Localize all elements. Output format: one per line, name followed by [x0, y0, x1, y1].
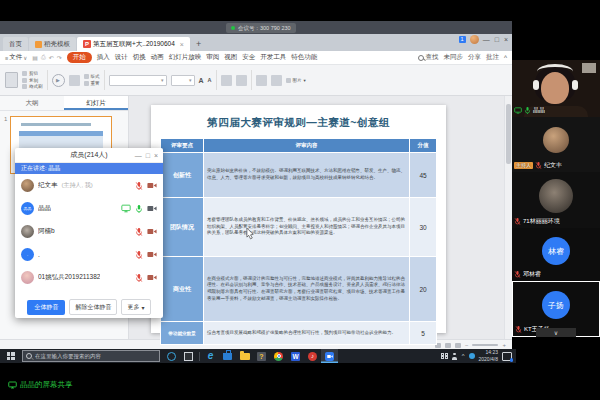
member-row[interactable]: 纪文丰 (主持人, 我) [15, 174, 163, 197]
view-slideshow-icon[interactable] [455, 343, 461, 348]
video-tile-host[interactable]: 主持人 纪文丰 [512, 117, 600, 172]
menu-review[interactable]: 审阅 [206, 53, 219, 62]
task-view-button[interactable] [180, 349, 197, 363]
tab-close-icon[interactable]: × [180, 41, 184, 48]
action-center-icon[interactable] [502, 352, 512, 361]
menu-animation[interactable]: 动画 [151, 53, 164, 62]
shape-icon[interactable] [271, 75, 282, 86]
decrease-font-icon[interactable]: A [208, 77, 212, 83]
vertical-scrollbar[interactable] [504, 96, 512, 339]
minimize-button[interactable]: — [483, 36, 490, 43]
camera-off-icon[interactable] [147, 228, 157, 235]
share-button[interactable]: 分享 [468, 53, 481, 62]
close-button[interactable]: × [504, 36, 508, 43]
collapse-ribbon-icon[interactable]: ^ [504, 54, 507, 61]
comment-button[interactable]: 批注 [486, 53, 499, 62]
tray-expand-icon[interactable]: ^ [462, 353, 465, 359]
tray-app-icon[interactable] [469, 353, 475, 359]
file-explorer-button[interactable] [236, 349, 253, 363]
zoom-slider[interactable] [472, 344, 498, 346]
tab-slides[interactable]: 幻灯片 [64, 96, 128, 110]
camera-off-icon[interactable] [147, 274, 157, 281]
tab-docer[interactable]: 稻壳模板 [29, 37, 76, 51]
wps-taskbar-button[interactable]: W [287, 349, 304, 363]
cortana-button[interactable] [163, 349, 180, 363]
undo-icon[interactable]: ↶ [49, 54, 54, 61]
menu-file[interactable]: ≡ 文件 ∨ [5, 53, 27, 62]
tab-document[interactable]: P 第五届互联网+大..20190604 × [77, 37, 190, 51]
unmute-all-button[interactable]: 解除全体静音 [69, 299, 117, 315]
chrome-button[interactable] [270, 349, 287, 363]
text-tool-icon[interactable] [256, 75, 267, 86]
mic-on-icon[interactable] [135, 204, 143, 214]
tray-grid-icon[interactable] [441, 353, 448, 360]
menu-view[interactable]: 视图 [224, 53, 237, 62]
picture-button[interactable]: 图片 ▾ [286, 78, 306, 83]
video-tile[interactable]: 71林丽丽环境 [512, 172, 600, 228]
member-row[interactable]: . . [15, 243, 163, 266]
paste-icon[interactable] [5, 72, 18, 88]
cut-button[interactable]: 剪切 [22, 71, 43, 76]
maximize-button[interactable]: □ [495, 36, 499, 43]
menu-features[interactable]: 特色功能 [291, 53, 317, 62]
align-center-icon[interactable] [236, 75, 247, 86]
notification-count-badge[interactable]: 1 [459, 36, 466, 43]
print-icon[interactable]: ⎙ [41, 54, 46, 61]
member-row[interactable]: 晶晶 晶晶 [15, 197, 163, 220]
copy-button[interactable]: 复制 [22, 78, 43, 83]
menu-slideshow[interactable]: 幻灯片放映 [169, 53, 202, 62]
menu-devtools[interactable]: 开发工具 [260, 53, 286, 62]
mic-muted-icon[interactable] [135, 273, 143, 283]
maximize-button[interactable]: □ [146, 152, 150, 159]
member-row[interactable]: 01姚弘兵2019211382 [15, 266, 163, 289]
increase-font-icon[interactable]: A [199, 77, 204, 84]
camera-icon[interactable] [147, 205, 157, 212]
video-tile[interactable]: 林睿 邓林睿 [512, 228, 600, 281]
close-button[interactable]: × [154, 152, 158, 159]
menu-home[interactable]: 开始 [67, 52, 92, 63]
zoom-in-icon[interactable]: + [502, 342, 506, 348]
slide[interactable]: 第四届大赛评审规则—主赛道~创意组 评审要点 评审内容 分值 创新性 突出原始创… [151, 105, 446, 333]
redo-icon[interactable]: ↷ [57, 54, 62, 61]
account-avatar[interactable] [470, 35, 479, 44]
edge-button[interactable]: e [202, 349, 219, 363]
format-painter-button[interactable]: 格式刷 [22, 84, 43, 89]
meeting-app-button[interactable] [321, 349, 338, 363]
save-icon[interactable]: ▤ [32, 54, 38, 61]
help-app-button[interactable]: ? [253, 349, 270, 363]
mic-muted-icon[interactable] [135, 227, 143, 237]
zoom-out-icon[interactable]: − [465, 342, 469, 348]
view-sorter-icon[interactable] [445, 343, 451, 348]
font-name-select[interactable]: ▾ [109, 75, 167, 86]
mute-all-button[interactable]: 全体静音 [27, 300, 65, 315]
camera-off-icon[interactable] [147, 182, 157, 189]
music-app-button[interactable]: ♪ [304, 349, 321, 363]
mic-muted-icon[interactable] [135, 250, 143, 260]
layout-button[interactable]: 版式 [84, 74, 100, 79]
menu-security[interactable]: 安全 [242, 53, 255, 62]
mic-muted-icon[interactable] [135, 181, 143, 191]
member-row[interactable]: 阿楠b [15, 220, 163, 243]
menu-transition[interactable]: 切换 [133, 53, 146, 62]
taskbar-clock[interactable]: 14:23 2020/4/8 [479, 349, 498, 363]
taskbar-search-input[interactable]: 在这里输入你要搜索的内容 [22, 350, 160, 362]
slideshow-play-icon[interactable]: ▶ [52, 74, 65, 87]
menu-design[interactable]: 设计 [115, 53, 128, 62]
menu-insert[interactable]: 插入 [97, 53, 110, 62]
font-size-select[interactable]: ▾ [171, 75, 195, 86]
scrollbar-thumb[interactable] [506, 104, 511, 164]
new-tab-button[interactable]: + [191, 37, 206, 51]
find-button[interactable]: 查找 [418, 53, 438, 62]
start-button[interactable] [2, 349, 19, 363]
panel-collapse-button[interactable]: ∨ [536, 328, 576, 337]
sync-status[interactable]: 未同步 [443, 53, 463, 62]
more-button[interactable]: 更多 ▾ [121, 299, 150, 315]
minimize-button[interactable]: — [135, 152, 142, 159]
align-left-icon[interactable] [221, 75, 232, 86]
tray-people-icon[interactable] [452, 353, 458, 360]
store-button[interactable] [219, 349, 236, 363]
video-tile-speaker[interactable]: 晶晶 [512, 60, 600, 117]
tab-outline[interactable]: 大纲 [0, 96, 64, 110]
screen-share-icon[interactable] [121, 204, 131, 213]
reset-button[interactable]: 重置 [84, 81, 100, 86]
